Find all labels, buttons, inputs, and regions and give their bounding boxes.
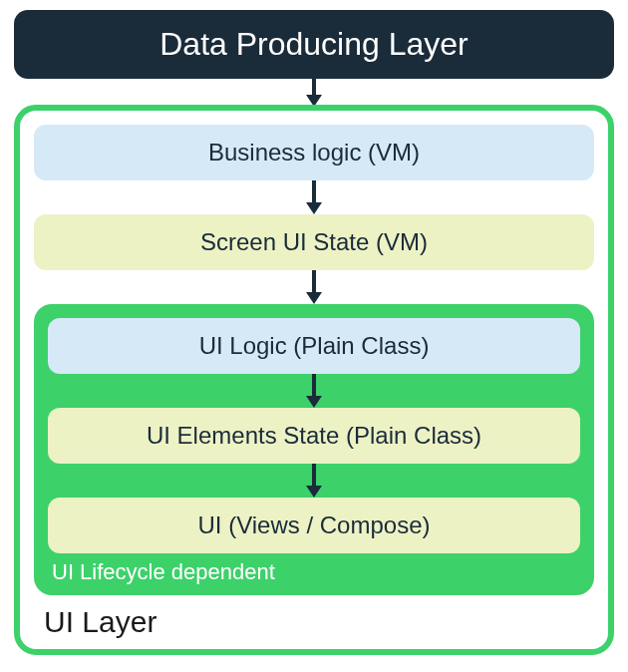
arrow-down-icon (48, 374, 580, 408)
ui-layer-label: UI Layer (34, 595, 594, 639)
svg-marker-5 (306, 292, 322, 304)
ui-views-label: UI (Views / Compose) (198, 511, 431, 538)
ui-elements-state-box: UI Elements State (Plain Class) (48, 408, 580, 464)
arrow-down-icon (14, 75, 614, 105)
arrow-down-icon (34, 180, 594, 214)
screen-ui-state-box: Screen UI State (VM) (34, 214, 594, 270)
lifecycle-dependent-label: UI Lifecycle dependent (48, 553, 580, 587)
business-logic-box: Business logic (VM) (34, 125, 594, 180)
arrow-down-icon (34, 270, 594, 304)
svg-marker-3 (306, 202, 322, 214)
business-logic-label: Business logic (VM) (208, 139, 420, 166)
ui-elements-state-label: UI Elements State (Plain Class) (147, 422, 481, 449)
data-producing-layer-box: Data Producing Layer (14, 10, 614, 79)
arrow-down-icon (48, 464, 580, 498)
ui-logic-box: UI Logic (Plain Class) (48, 318, 580, 374)
ui-logic-label: UI Logic (Plain Class) (199, 332, 430, 359)
svg-marker-9 (306, 486, 322, 498)
lifecycle-dependent-group: UI Logic (Plain Class) UI Elements State… (34, 304, 594, 595)
data-producing-layer-label: Data Producing Layer (159, 26, 469, 62)
svg-marker-7 (306, 396, 322, 408)
screen-ui-state-label: Screen UI State (VM) (200, 228, 428, 255)
ui-views-box: UI (Views / Compose) (48, 498, 580, 553)
ui-layer-container: Business logic (VM) Screen UI State (VM)… (14, 105, 614, 655)
